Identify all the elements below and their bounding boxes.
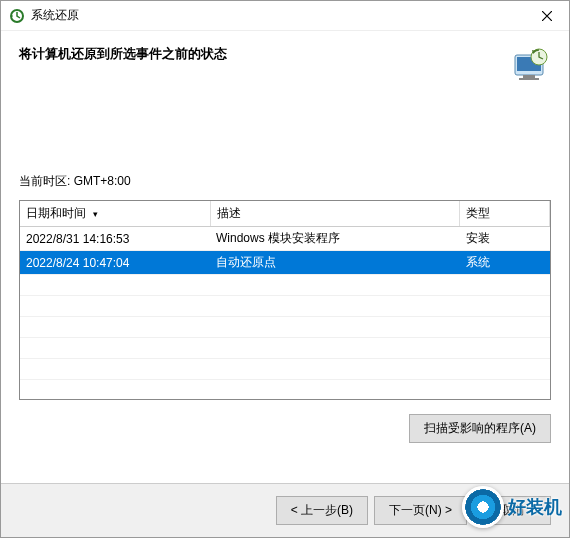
- page-heading: 将计算机还原到所选事件之前的状态: [19, 45, 227, 63]
- header-section: 将计算机还原到所选事件之前的状态: [1, 31, 569, 93]
- wizard-footer: < 上一步(B) 下一页(N) > 取消: [1, 483, 569, 537]
- cancel-button[interactable]: 取消: [473, 496, 551, 525]
- table-cell-desc: Windows 模块安装程序: [210, 227, 460, 251]
- restore-monitor-icon: [511, 45, 551, 85]
- table-row-empty: [20, 338, 550, 359]
- scan-button-row: 扫描受影响的程序(A): [19, 414, 551, 443]
- table-cell-desc: 自动还原点: [210, 251, 460, 275]
- system-restore-dialog: 系统还原 将计算机还原到所选事件之前的状态 当前时区: GMT+8:00: [0, 0, 570, 538]
- column-header-type[interactable]: 类型: [460, 201, 550, 227]
- column-header-date[interactable]: 日期和时间 ▾: [20, 201, 210, 227]
- table-cell-type: 安装: [460, 227, 550, 251]
- table-row-empty: [20, 275, 550, 296]
- sort-descending-icon: ▾: [93, 209, 98, 219]
- scan-affected-programs-button[interactable]: 扫描受影响的程序(A): [409, 414, 551, 443]
- svg-rect-3: [523, 75, 535, 78]
- column-header-description[interactable]: 描述: [210, 201, 460, 227]
- table-cell-type: 系统: [460, 251, 550, 275]
- table-row-empty: [20, 296, 550, 317]
- table-row-empty: [20, 359, 550, 380]
- table-row[interactable]: 2022/8/24 10:47:04自动还原点系统: [20, 251, 550, 275]
- next-button[interactable]: 下一页(N) >: [374, 496, 467, 525]
- back-button[interactable]: < 上一步(B): [276, 496, 368, 525]
- table-row-empty: [20, 317, 550, 338]
- system-restore-icon: [9, 8, 25, 24]
- svg-rect-4: [519, 78, 539, 80]
- table-row[interactable]: 2022/8/31 14:16:53Windows 模块安装程序安装: [20, 227, 550, 251]
- titlebar-title: 系统还原: [31, 7, 527, 24]
- titlebar: 系统还原: [1, 1, 569, 31]
- table-row-empty: [20, 380, 550, 401]
- timezone-label: 当前时区: GMT+8:00: [19, 173, 551, 190]
- close-button[interactable]: [527, 2, 567, 30]
- close-icon: [542, 11, 552, 21]
- table-cell-date: 2022/8/24 10:47:04: [20, 251, 210, 275]
- table-cell-date: 2022/8/31 14:16:53: [20, 227, 210, 251]
- content-area: 当前时区: GMT+8:00 日期和时间 ▾ 描述 类型: [1, 93, 569, 483]
- restore-points-table[interactable]: 日期和时间 ▾ 描述 类型 2022/8/31 14:16:53Windows …: [19, 200, 551, 400]
